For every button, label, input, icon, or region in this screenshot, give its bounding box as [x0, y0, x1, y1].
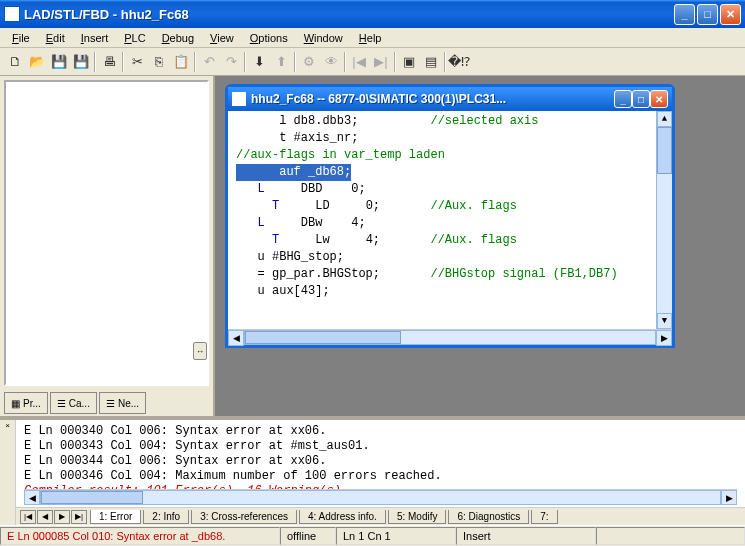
- separator: [122, 52, 124, 72]
- tab-nav-next-icon[interactable]: ▶: [54, 510, 70, 524]
- menu-plc[interactable]: PLC: [118, 30, 151, 46]
- redo-icon[interactable]: ↷: [220, 51, 242, 73]
- left-tabs: ▦ Pr... ☰ Ca... ☰ Ne...: [0, 390, 213, 416]
- workspace: ↔ ▦ Pr... ☰ Ca... ☰ Ne... hhu2_Fc68 -- 6…: [0, 76, 745, 416]
- output-tab-crossref[interactable]: 3: Cross-references: [191, 510, 297, 524]
- output-tab-modify[interactable]: 5: Modify: [388, 510, 447, 524]
- code-line: u aux[43];: [228, 283, 672, 300]
- menubar: File Edit Insert PLC Debug View Options …: [0, 28, 745, 48]
- overview-area[interactable]: ↔: [4, 80, 209, 386]
- code-line: //aux-flags in var_temp laden: [228, 147, 672, 164]
- error-line[interactable]: E Ln 000344 Col 006: Syntax error at xx0…: [24, 454, 737, 469]
- output-tab-error[interactable]: 1: Error: [90, 510, 141, 524]
- help-icon[interactable]: �⁉: [448, 51, 470, 73]
- code-editor[interactable]: l db8.dbb3; //selected axis t #axis_nr; …: [228, 111, 672, 329]
- separator: [194, 52, 196, 72]
- code-line: L DBw 4;: [228, 215, 672, 232]
- scroll-down-icon[interactable]: ▼: [657, 313, 672, 329]
- status-connection: offline: [280, 527, 336, 545]
- tab-nav-last-icon[interactable]: ▶|: [71, 510, 87, 524]
- output-content[interactable]: E Ln 000340 Col 006: Syntax error at xx0…: [16, 420, 745, 489]
- cut-icon[interactable]: ✂: [126, 51, 148, 73]
- scroll-thumb[interactable]: [41, 491, 143, 504]
- separator: [244, 52, 246, 72]
- output-tab-info[interactable]: 2: Info: [143, 510, 189, 524]
- undo-icon[interactable]: ↶: [198, 51, 220, 73]
- code-line: T LD 0; //Aux. flags: [228, 198, 672, 215]
- copy-icon[interactable]: ⎘: [148, 51, 170, 73]
- upload-icon[interactable]: ⬆: [270, 51, 292, 73]
- menu-help[interactable]: Help: [353, 30, 388, 46]
- output-tab-address[interactable]: 4: Address info.: [299, 510, 386, 524]
- print-icon[interactable]: 🖶: [98, 51, 120, 73]
- paste-icon[interactable]: 📋: [170, 51, 192, 73]
- separator: [94, 52, 96, 72]
- scroll-track[interactable]: [40, 490, 721, 505]
- error-line[interactable]: E Ln 000346 Col 004: Maximum number of 1…: [24, 469, 737, 484]
- scroll-left-icon[interactable]: ◀: [228, 330, 244, 346]
- goto-end-icon[interactable]: ▶|: [370, 51, 392, 73]
- scroll-track[interactable]: [244, 330, 656, 345]
- open-icon[interactable]: 📂: [26, 51, 48, 73]
- close-button[interactable]: ✕: [720, 4, 741, 25]
- menu-edit[interactable]: Edit: [40, 30, 71, 46]
- scroll-right-icon[interactable]: ▶: [656, 330, 672, 346]
- scroll-track[interactable]: [657, 127, 672, 313]
- tab-call-label: Ca...: [69, 398, 90, 409]
- child-close-button[interactable]: ✕: [650, 90, 668, 108]
- separator: [344, 52, 346, 72]
- app-icon: [4, 6, 20, 22]
- scroll-thumb[interactable]: [245, 331, 401, 344]
- scroll-up-icon[interactable]: ▲: [657, 111, 672, 127]
- tab-program[interactable]: ▦ Pr...: [4, 392, 48, 414]
- separator: [394, 52, 396, 72]
- menu-options[interactable]: Options: [244, 30, 294, 46]
- child-vertical-scrollbar[interactable]: ▲ ▼: [656, 111, 672, 329]
- main-titlebar: LAD/STL/FBD - hhu2_Fc68 _ □ ✕: [0, 0, 745, 28]
- download-icon[interactable]: ⬇: [248, 51, 270, 73]
- output-tab-diagnostics[interactable]: 6: Diagnostics: [448, 510, 529, 524]
- compile-icon[interactable]: ⚙: [298, 51, 320, 73]
- child-maximize-button[interactable]: □: [632, 90, 650, 108]
- menu-debug[interactable]: Debug: [156, 30, 200, 46]
- new-icon[interactable]: 🗋: [4, 51, 26, 73]
- monitor-icon[interactable]: 👁: [320, 51, 342, 73]
- code-line: = gp_par.BHGStop; //BHGstop signal (FB1,…: [228, 266, 672, 283]
- error-line[interactable]: E Ln 000340 Col 006: Syntax error at xx0…: [24, 424, 737, 439]
- status-spacer: [596, 527, 745, 545]
- scroll-thumb[interactable]: [657, 127, 672, 174]
- tab-nav-prev-icon[interactable]: ◀: [37, 510, 53, 524]
- child-window: hhu2_Fc68 -- 6877-0\SIMATIC 300(1)\PLC31…: [225, 84, 675, 348]
- maximize-button[interactable]: □: [697, 4, 718, 25]
- separator: [444, 52, 446, 72]
- menu-insert[interactable]: Insert: [75, 30, 115, 46]
- status-mode: Insert: [456, 527, 596, 545]
- child-minimize-button[interactable]: _: [614, 90, 632, 108]
- output-horizontal-scrollbar[interactable]: ◀ ▶: [24, 489, 737, 505]
- output-close-icon[interactable]: ×: [0, 420, 16, 525]
- left-panel: ↔ ▦ Pr... ☰ Ca... ☰ Ne...: [0, 76, 215, 416]
- code-line: l db8.dbb3; //selected axis: [228, 113, 672, 130]
- window-buttons: _ □ ✕: [674, 4, 741, 25]
- error-line[interactable]: E Ln 000343 Col 004: Syntax error at #ms…: [24, 439, 737, 454]
- menu-view[interactable]: View: [204, 30, 240, 46]
- left-slider-handle[interactable]: ↔: [193, 342, 207, 360]
- tab-call[interactable]: ☰ Ca...: [50, 392, 97, 414]
- child-horizontal-scrollbar[interactable]: ◀ ▶: [228, 329, 672, 345]
- tab-network[interactable]: ☰ Ne...: [99, 392, 146, 414]
- menu-file[interactable]: File: [6, 30, 36, 46]
- output-panel: × E Ln 000340 Col 006: Syntax error at x…: [0, 416, 745, 525]
- tab-nav-first-icon[interactable]: |◀: [20, 510, 36, 524]
- window2-icon[interactable]: ▤: [420, 51, 442, 73]
- output-tab-7[interactable]: 7:: [531, 510, 557, 524]
- scroll-right-icon[interactable]: ▶: [721, 490, 737, 505]
- goto-start-icon[interactable]: |◀: [348, 51, 370, 73]
- child-titlebar[interactable]: hhu2_Fc68 -- 6877-0\SIMATIC 300(1)\PLC31…: [228, 87, 672, 111]
- save-all-icon[interactable]: 💾: [70, 51, 92, 73]
- menu-window[interactable]: Window: [298, 30, 349, 46]
- scroll-left-icon[interactable]: ◀: [24, 490, 40, 505]
- window1-icon[interactable]: ▣: [398, 51, 420, 73]
- minimize-button[interactable]: _: [674, 4, 695, 25]
- separator: [294, 52, 296, 72]
- save-icon[interactable]: 💾: [48, 51, 70, 73]
